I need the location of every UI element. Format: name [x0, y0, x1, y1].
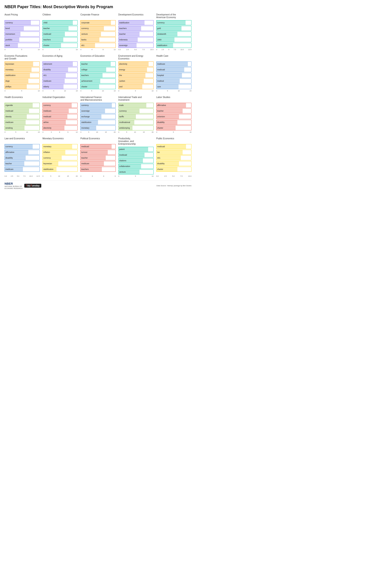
bar-label: care — [157, 86, 161, 88]
panel-title-14: Labor Studies — [156, 96, 192, 102]
chart-panel-19: Public Economicsmedicaidtax401disability… — [156, 137, 192, 177]
bar-row: currency — [42, 156, 78, 160]
bar-label: and — [119, 86, 122, 88]
chart-panel-18: Productivity,Innovation, andEntrepreneur… — [118, 137, 154, 177]
bar-row: stabilization — [4, 73, 40, 78]
bar-bg: keynesian — [42, 161, 78, 166]
bar-bg: currency — [80, 103, 116, 108]
bar-wrapper: monetary — [42, 144, 78, 149]
panel-title-0: Asset Pricing — [4, 14, 40, 19]
chart-panel-12: International Financeand Macroeconomicsc… — [80, 96, 116, 133]
data-source: Data Source: 'nberwp' package by Ben Dav… — [156, 185, 192, 187]
bar-wrapper: medicare — [80, 161, 116, 166]
bar-label: medicare — [81, 162, 89, 165]
bar-label: charter — [157, 127, 163, 129]
axis-tick: 5 — [167, 90, 168, 92]
axis-tick: 5 — [135, 175, 136, 177]
bar-row: medicaid — [80, 144, 116, 149]
bar-bg: 1860 — [156, 37, 192, 42]
axis-tick: 0 — [42, 90, 43, 92]
bar-row: currency — [80, 103, 116, 108]
axis-tick: 15 — [114, 90, 116, 92]
bars-container-15: currencyaffirmativedisabilityteachermedi… — [4, 144, 40, 174]
bar-label: teacher — [157, 110, 164, 112]
bar-label: stabilization — [81, 121, 91, 124]
bar-bg: medicaid — [118, 152, 154, 158]
axis-tick: 0.0 — [156, 175, 158, 177]
bar-row: medicare — [4, 167, 40, 172]
bar-wrapper: medicaid — [80, 144, 116, 149]
bar-bg: electricity — [42, 126, 78, 130]
bar-bg: 401 — [156, 156, 192, 160]
bar-bg: multinational — [118, 120, 154, 125]
bar-row: medicaid — [42, 114, 78, 119]
bar-bg: keynesian — [4, 62, 40, 66]
axis-tick: 10.0 — [150, 48, 154, 50]
bar-label: 401 — [43, 74, 46, 76]
axis-tick: 5 — [21, 90, 22, 92]
axis-tick: 3 — [92, 175, 93, 177]
bar-label: turnout — [81, 151, 87, 153]
bar-row: hospital — [156, 73, 192, 78]
bar-bg: monetary — [80, 126, 116, 130]
axis-tick: 2.5 — [11, 175, 13, 177]
bar-bg: stabilization — [80, 120, 116, 125]
bar-row: stock — [4, 43, 40, 48]
axis-tick: 0 — [4, 131, 6, 133]
bar-bg: charter — [156, 126, 192, 130]
bar-wrapper: smoking — [4, 126, 40, 130]
bar-bg: currency — [156, 20, 192, 25]
bar-bg: 401 — [80, 43, 116, 48]
panel-title-1: Children — [42, 14, 78, 19]
bar-label: gold — [157, 27, 161, 30]
axis-11: 036912 — [42, 131, 78, 133]
axis-17: 0369 — [80, 175, 116, 177]
bar-bg: medical — [156, 78, 192, 84]
bar-row: teachers — [80, 167, 116, 172]
bar-label: teacher — [43, 27, 50, 30]
footer: NBER NATIONAL BUREAU OFECONOMIC RESEARCH… — [4, 180, 192, 190]
bar-row: and — [118, 84, 154, 89]
bar-label: monetary — [43, 146, 51, 148]
panel-title-19: Public Economics — [156, 137, 192, 143]
bar-row: energy — [118, 67, 154, 72]
bar-bg: venture — [80, 32, 116, 36]
bar-label: currency — [6, 146, 13, 148]
bar-row: stabilization — [42, 167, 78, 172]
bar-label: currency — [81, 27, 89, 30]
bar-wrapper: medicaid — [42, 114, 78, 119]
panel-title-3: Development Economics — [118, 14, 154, 19]
axis-tick: 0 — [80, 175, 81, 177]
bar-bg: 401 — [42, 73, 78, 78]
bar-label: keynesian — [43, 162, 52, 165]
bar-row: elderly — [42, 84, 78, 89]
bar-wrapper: and — [118, 84, 154, 89]
bar-wrapper: currency — [80, 103, 116, 108]
axis-tick: 5.0 — [172, 175, 174, 177]
bar-row: affirmative — [4, 150, 40, 155]
bar-label: currency — [157, 22, 165, 24]
bar-label: collaboration — [119, 165, 130, 168]
bar-bg: currency — [4, 144, 40, 149]
bar-label: retirement — [43, 63, 52, 65]
chart-panel-4: Development of theAmerican Economycurren… — [156, 14, 192, 50]
bar-row: cigarette — [4, 103, 40, 108]
bar-wrapper: gold — [156, 26, 192, 31]
bar-bg: monetary — [4, 67, 40, 72]
bar-label: 401 — [157, 157, 160, 159]
bar-wrapper: energy — [118, 67, 154, 72]
axis-tick: 2.5 — [162, 48, 164, 50]
panel-title-18: Productivity,Innovation, andEntrepreneur… — [118, 137, 154, 146]
bar-row: retirement — [42, 62, 78, 66]
bar-fill — [156, 150, 182, 154]
panel-title-15: Law and Economics — [4, 137, 40, 143]
bar-label: 401 — [81, 44, 84, 46]
bar-row: corporate — [80, 20, 116, 25]
axis-tick: 12 — [114, 48, 116, 50]
bars-container-3: stabilizationteachersteacherindonesiasov… — [118, 20, 154, 48]
bar-wrapper: disability — [42, 67, 78, 72]
bar-fill — [119, 73, 146, 78]
bar-row: 401 — [42, 73, 78, 78]
bar-label: medicare — [157, 63, 165, 65]
axis-13: 05101520 — [118, 131, 154, 133]
